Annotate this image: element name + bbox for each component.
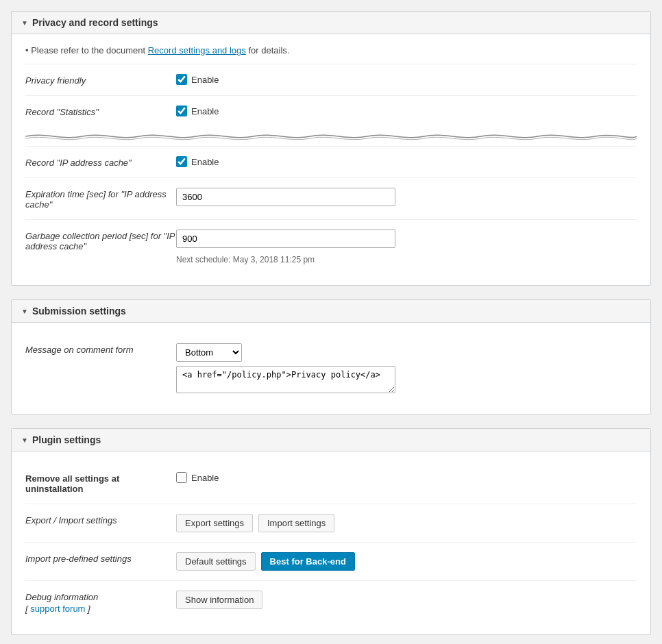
privacy-friendly-enable-label: Enable [191,75,219,85]
privacy-section-title: Privacy and record settings [32,17,158,28]
expiration-time-control [176,188,637,206]
plugin-section-title: Plugin settings [32,434,101,445]
submission-section: ▼ Submission settings Message on comment… [11,299,651,414]
message-form-select[interactable]: Bottom Top None [176,343,242,362]
debug-control: Show information [176,591,637,609]
privacy-section: ▼ Privacy and record settings • Please r… [11,11,651,286]
import-settings-button[interactable]: Import settings [258,514,334,532]
privacy-friendly-label: Privacy friendly [25,74,176,86]
plugin-section-header[interactable]: ▼ Plugin settings [12,429,650,451]
import-predefined-control: Default settings Best for Back-end [176,552,637,571]
privacy-section-header[interactable]: ▼ Privacy and record settings [12,12,650,34]
privacy-friendly-row: Privacy friendly Enable [25,64,637,95]
export-settings-button[interactable]: Export settings [176,514,253,532]
record-ip-cache-checkbox-row: Enable [176,156,637,167]
export-import-label: Export / Import settings [25,514,176,525]
debug-buttons: Show information [176,591,637,609]
plugin-section-body: Remove all settings at uninstallation En… [12,451,650,634]
record-statistics-enable-label: Enable [191,106,219,116]
record-ip-cache-checkbox[interactable] [176,156,187,167]
best-for-backend-button[interactable]: Best for Back-end [261,552,355,571]
submission-toggle-icon[interactable]: ▼ [21,308,28,315]
debug-info-text: Debug information [25,592,176,602]
remove-settings-label: Remove all settings at uninstallation [25,472,176,494]
export-import-buttons: Export settings Import settings [176,514,637,532]
record-statistics-label: Record "Statistics" [25,106,176,117]
debug-row: Debug information [ support forum ] Show… [25,580,637,623]
record-ip-cache-row: Record "IP address cache" Enable [25,146,637,177]
garbage-collection-input[interactable] [176,230,395,248]
garbage-collection-row: Garbage collection period [sec] for "IP … [25,219,637,274]
export-import-row: Export / Import settings Export settings… [25,504,637,542]
debug-label: Debug information [ support forum ] [25,591,176,614]
remove-settings-checkbox[interactable] [176,472,187,483]
import-predefined-buttons: Default settings Best for Back-end [176,552,637,571]
garbage-collection-label: Garbage collection period [sec] for "IP … [25,230,176,251]
remove-settings-checkbox-row: Enable [176,472,637,483]
record-statistics-control: Enable [176,106,637,116]
plugin-toggle-icon[interactable]: ▼ [21,436,28,444]
submission-section-header[interactable]: ▼ Submission settings [12,300,650,323]
privacy-friendly-checkbox-row: Enable [176,74,637,85]
message-form-label: Message on comment form [25,343,176,355]
support-forum-link[interactable]: support forum [30,604,85,614]
record-ip-cache-control: Enable [176,156,637,167]
debug-label-block: Debug information [ support forum ] [25,592,176,614]
import-predefined-label: Import pre-defined settings [25,552,176,564]
schedule-note: Next schedule: May 3, 2018 11:25 pm [176,255,637,264]
debug-support-row: [ support forum ] [25,604,176,614]
message-form-control: Bottom Top None <a href="/policy.php">Pr… [176,343,637,393]
message-form-row: Message on comment form Bottom Top None … [25,334,637,403]
record-settings-link[interactable]: Record settings and logs [148,45,246,55]
record-ip-cache-enable-label: Enable [191,157,219,167]
show-information-button[interactable]: Show information [176,591,262,609]
record-statistics-checkbox-row: Enable [176,106,637,116]
default-settings-button[interactable]: Default settings [176,552,256,571]
policy-textarea[interactable]: <a href="/policy.php">Privacy policy</a> [176,366,395,393]
import-predefined-row: Import pre-defined settings Default sett… [25,542,637,580]
record-statistics-checkbox[interactable] [176,106,187,116]
submission-section-body: Message on comment form Bottom Top None … [12,323,650,414]
submission-section-title: Submission settings [32,306,126,317]
remove-settings-enable-label: Enable [191,473,219,483]
remove-settings-row: Remove all settings at uninstallation En… [25,462,637,504]
privacy-toggle-icon[interactable]: ▼ [21,19,28,27]
garbage-collection-control: Next schedule: May 3, 2018 11:25 pm [176,230,637,264]
plugin-section: ▼ Plugin settings Remove all settings at… [11,428,651,635]
privacy-section-body: • Please refer to the document Record se… [12,34,650,285]
record-statistics-row: Record "Statistics" Enable [25,95,637,127]
expiration-time-row: Expiration time [sec] for "IP address ca… [25,177,637,219]
privacy-friendly-checkbox[interactable] [176,74,187,85]
message-form-select-wrapper: Bottom Top None [176,343,637,362]
expiration-time-label: Expiration time [sec] for "IP address ca… [25,188,176,210]
expiration-time-input[interactable] [176,188,395,206]
privacy-friendly-control: Enable [176,74,637,85]
info-row: • Please refer to the document Record se… [25,45,637,55]
wave-divider [25,129,637,143]
export-import-control: Export settings Import settings [176,514,637,532]
record-ip-cache-label: Record "IP address cache" [25,156,176,168]
remove-settings-control: Enable [176,472,637,483]
